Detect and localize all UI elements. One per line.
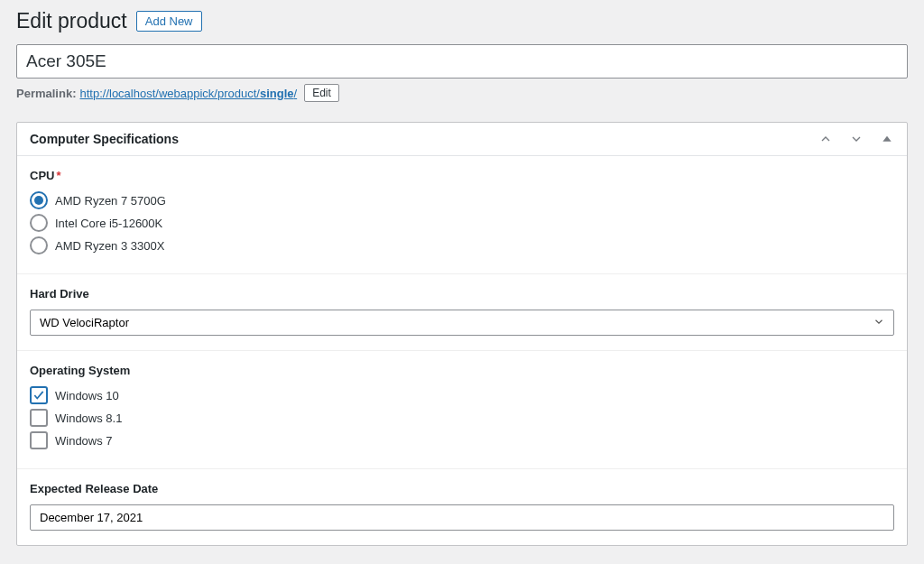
caret-up-icon[interactable]	[880, 132, 894, 146]
hard-drive-label: Hard Drive	[30, 287, 894, 300]
os-option-0[interactable]: Windows 10	[30, 386, 894, 404]
hard-drive-select[interactable]: WD VelociRaptor	[30, 310, 894, 336]
hard-drive-select-display[interactable]: WD VelociRaptor	[30, 310, 894, 336]
os-option-2[interactable]: Windows 7	[30, 431, 894, 449]
metabox-specs: Computer Specifications CPU* AMD Ryzen 7…	[16, 122, 908, 546]
release-date-input[interactable]	[30, 504, 894, 531]
cpu-label-text: CPU	[30, 169, 54, 182]
field-hard-drive: Hard Drive WD VelociRaptor	[17, 274, 907, 351]
release-date-label: Expected Release Date	[30, 482, 894, 495]
metabox-actions	[818, 132, 894, 146]
permalink-url-suffix: /	[294, 87, 298, 100]
os-option-1[interactable]: Windows 8.1	[30, 409, 894, 427]
radio-icon	[30, 236, 48, 254]
permalink-edit-button[interactable]: Edit	[304, 84, 339, 102]
os-option-label: Windows 8.1	[55, 411, 122, 425]
cpu-option-label: AMD Ryzen 7 5700G	[55, 194, 166, 208]
metabox-header: Computer Specifications	[17, 123, 907, 156]
field-cpu: CPU* AMD Ryzen 7 5700G Intel Core i5-126…	[17, 156, 907, 274]
radio-icon	[30, 214, 48, 232]
cpu-option-0[interactable]: AMD Ryzen 7 5700G	[30, 191, 894, 209]
cpu-option-label: Intel Core i5-12600K	[55, 217, 162, 230]
os-option-label: Windows 10	[55, 389, 119, 402]
permalink-row: Permalink: http://localhost/webappick/pr…	[16, 84, 908, 102]
permalink-label: Permalink:	[16, 87, 76, 100]
page-header: Edit product Add New	[16, 9, 908, 33]
required-marker: *	[56, 169, 60, 182]
metabox-title: Computer Specifications	[30, 132, 179, 146]
page-title: Edit product	[16, 9, 127, 33]
field-os: Operating System Windows 10 Windows 8.1 …	[17, 351, 907, 469]
add-new-button[interactable]: Add New	[136, 11, 202, 32]
cpu-label: CPU*	[30, 169, 894, 182]
field-release-date: Expected Release Date	[17, 469, 907, 545]
checkbox-icon	[30, 386, 48, 404]
os-label: Operating System	[30, 364, 894, 377]
title-row	[16, 44, 908, 79]
cpu-option-label: AMD Ryzen 3 3300X	[55, 239, 164, 253]
permalink-url-prefix: http://localhost/webappick/product/	[79, 87, 259, 100]
cpu-option-2[interactable]: AMD Ryzen 3 3300X	[30, 236, 894, 254]
permalink-link[interactable]: http://localhost/webappick/product/singl…	[79, 87, 297, 100]
chevron-down-icon[interactable]	[849, 132, 864, 146]
permalink-slug: single	[260, 87, 294, 100]
product-title-input[interactable]	[16, 44, 908, 79]
checkbox-icon	[30, 431, 48, 449]
checkbox-icon	[30, 409, 48, 427]
cpu-option-1[interactable]: Intel Core i5-12600K	[30, 214, 894, 232]
svg-marker-0	[882, 136, 891, 142]
radio-icon	[30, 191, 48, 209]
chevron-up-icon[interactable]	[818, 132, 833, 146]
os-option-label: Windows 7	[55, 434, 113, 448]
